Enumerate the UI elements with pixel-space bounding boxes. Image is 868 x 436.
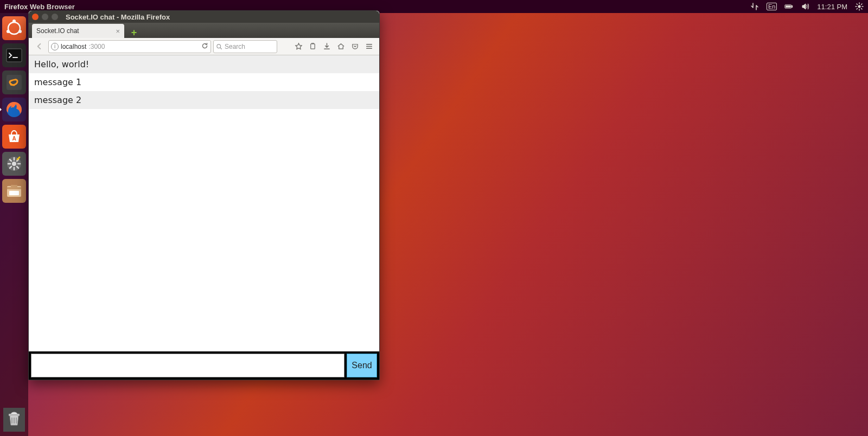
svg-point-6 bbox=[7, 30, 10, 33]
reload-icon[interactable] bbox=[201, 42, 208, 51]
launcher-files[interactable] bbox=[2, 179, 26, 203]
url-host: localhost bbox=[61, 43, 86, 50]
svg-rect-16 bbox=[11, 185, 17, 188]
sound-indicator-icon[interactable] bbox=[801, 2, 809, 11]
site-info-icon[interactable]: i bbox=[51, 43, 59, 50]
page-content: Hello, world! message 1 message 2 bbox=[29, 55, 379, 351]
launcher-sublime[interactable] bbox=[2, 70, 26, 94]
library-icon[interactable] bbox=[305, 40, 320, 54]
bookmark-star-icon[interactable] bbox=[291, 40, 305, 54]
unity-launcher: A bbox=[0, 13, 28, 436]
tab-active[interactable]: Socket.IO chat × bbox=[32, 24, 124, 38]
url-port: :3000 bbox=[88, 43, 105, 50]
svg-point-13 bbox=[12, 162, 16, 166]
send-button[interactable]: Send bbox=[347, 354, 377, 377]
svg-rect-20 bbox=[310, 44, 315, 49]
tab-close-icon[interactable]: × bbox=[116, 27, 120, 35]
svg-text:A: A bbox=[12, 136, 16, 142]
window-maximize-button[interactable] bbox=[52, 14, 58, 20]
svg-rect-9 bbox=[7, 75, 22, 90]
window-close-button[interactable] bbox=[32, 14, 39, 20]
window-title: Socket.IO chat - Mozilla Firefox bbox=[66, 13, 170, 21]
home-icon[interactable] bbox=[334, 40, 348, 54]
window-titlebar[interactable]: Socket.IO chat - Mozilla Firefox bbox=[29, 11, 379, 23]
keyboard-layout-indicator[interactable]: En bbox=[767, 3, 777, 10]
downloads-icon[interactable] bbox=[320, 40, 334, 54]
battery-indicator-icon[interactable] bbox=[784, 2, 793, 11]
chat-form: Send bbox=[29, 351, 379, 380]
svg-point-3 bbox=[858, 5, 860, 8]
svg-rect-18 bbox=[9, 414, 20, 416]
launcher-terminal[interactable] bbox=[2, 43, 26, 67]
message-item: message 1 bbox=[29, 73, 379, 91]
active-app-title: Firefox Web Browser bbox=[4, 3, 75, 11]
clock[interactable]: 11:21 PM bbox=[817, 3, 847, 11]
navigation-toolbar: i localhost:3000 Search bbox=[29, 38, 379, 55]
firefox-window: Socket.IO chat - Mozilla Firefox Socket.… bbox=[28, 10, 380, 380]
search-bar[interactable]: Search bbox=[213, 40, 277, 53]
svg-point-4 bbox=[8, 22, 20, 34]
url-bar[interactable]: i localhost:3000 bbox=[48, 40, 211, 53]
svg-rect-1 bbox=[792, 5, 793, 7]
svg-point-5 bbox=[12, 20, 16, 23]
svg-rect-17 bbox=[9, 191, 19, 195]
svg-rect-2 bbox=[786, 5, 791, 7]
tab-label: Socket.IO chat bbox=[36, 27, 79, 35]
network-indicator-icon[interactable] bbox=[750, 2, 759, 11]
svg-point-19 bbox=[217, 44, 221, 48]
message-list: Hello, world! message 1 message 2 bbox=[29, 55, 379, 109]
new-tab-button[interactable]: + bbox=[129, 27, 139, 38]
svg-rect-8 bbox=[7, 49, 22, 62]
back-button[interactable] bbox=[32, 40, 46, 54]
pocket-icon[interactable] bbox=[348, 40, 362, 54]
launcher-trash[interactable] bbox=[3, 408, 25, 432]
launcher-settings[interactable] bbox=[2, 152, 26, 176]
window-minimize-button[interactable] bbox=[42, 14, 48, 20]
launcher-firefox[interactable] bbox=[2, 98, 26, 121]
hamburger-menu-icon[interactable] bbox=[362, 40, 376, 54]
message-item: Hello, world! bbox=[29, 55, 379, 73]
launcher-software[interactable]: A bbox=[2, 125, 26, 149]
message-item: message 2 bbox=[29, 91, 379, 109]
system-gear-icon[interactable] bbox=[855, 2, 864, 11]
svg-point-7 bbox=[18, 30, 22, 33]
launcher-dash[interactable] bbox=[2, 16, 26, 40]
chat-input[interactable] bbox=[31, 354, 344, 377]
tab-strip: Socket.IO chat × + bbox=[29, 23, 379, 38]
search-placeholder: Search bbox=[225, 43, 245, 50]
